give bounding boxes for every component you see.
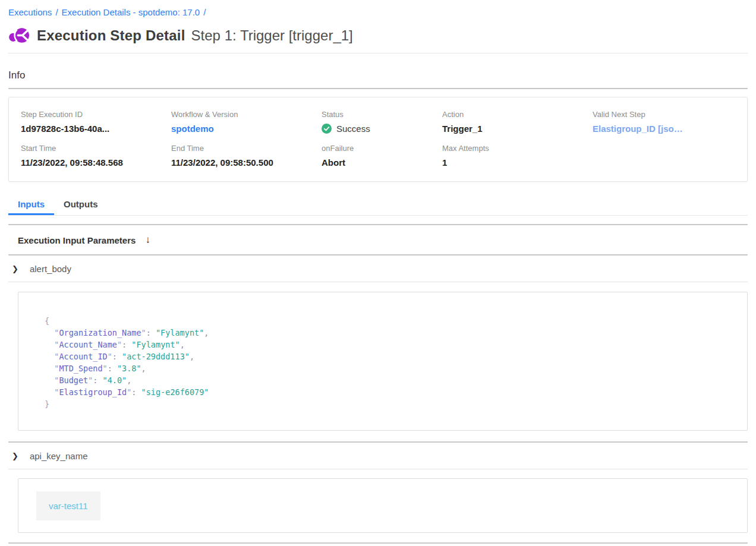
valid-next-step-link[interactable]: Elastigroup_ID [jso… [593,124,735,134]
field-valid-next-step: Valid Next Step Elastigroup_ID [jso… [593,110,735,134]
chevron-right-icon: ❯ [12,264,18,273]
field-label: Max Attempts [442,144,593,153]
row-divider [8,469,748,469]
workflow-link[interactable]: spotdemo [171,124,322,134]
field-value: 11/23/2022, 09:58:50.500 [171,157,322,168]
field-onfailure: onFailure Abort [322,144,442,168]
execution-input-parameters-header: Execution Input Parameters ↓ [18,225,748,254]
title-divider [8,53,748,53]
breadcrumb-separator: / [203,7,206,17]
fylamynt-logo-icon [8,26,31,45]
field-value: Trigger_1 [442,124,593,134]
page-subtitle: Step 1: Trigger [trigger_1] [191,27,353,44]
field-action: Action Trigger_1 [442,110,593,134]
accordion-row-alert-body[interactable]: ❯ alert_body [8,255,748,282]
field-value: 1d97828c-13b6-40a... [21,124,171,134]
field-workflow-version: Workflow & Version spotdemo [171,110,322,134]
breadcrumb-link-executions[interactable]: Executions [8,7,52,17]
row-divider [8,282,748,282]
breadcrumb-separator: / [55,7,58,17]
field-empty [593,144,735,168]
accordion-label: api_key_name [30,451,88,461]
accordion-row-api-key-name[interactable]: ❯ api_key_name [8,443,748,469]
field-status: Status Success [322,110,442,134]
field-label: Workflow & Version [171,110,322,119]
field-label: Status [322,110,442,119]
field-start-time: Start Time 11/23/2022, 09:58:48.568 [21,144,171,168]
api-key-name-value: var-test11 [36,491,100,520]
field-step-execution-id: Step Execution ID 1d97828c-13b6-40a... [21,110,171,134]
page-header: Execution Step Detail Step 1: Trigger [t… [8,26,748,45]
field-label: Action [442,110,593,119]
api-key-name-card: var-test11 [18,478,748,533]
accordion-row-api-key-value[interactable]: ❯ api_key_value [8,544,748,546]
chevron-right-icon: ❯ [12,452,18,460]
field-value: Abort [322,157,442,168]
breadcrumb-link-execution-details[interactable]: Execution Details - spotdemo: 17.0 [62,7,200,17]
field-value: 11/23/2022, 09:58:48.568 [21,157,171,168]
info-card: Step Execution ID 1d97828c-13b6-40a... W… [8,97,748,182]
page-title: Execution Step Detail [37,27,185,44]
accordion-label: alert_body [30,264,71,274]
field-max-attempts: Max Attempts 1 [442,144,593,168]
field-label: Start Time [21,144,171,153]
info-section-heading: Info [8,70,748,81]
field-end-time: End Time 11/23/2022, 09:58:50.500 [171,144,322,168]
field-label: onFailure [322,144,442,153]
info-grid: Step Execution ID 1d97828c-13b6-40a... W… [21,110,735,178]
status-text: Success [336,124,370,134]
tab-bar: Inputs Outputs [8,195,748,216]
alert-body-code-card: { "Organization_Name": "Fylamynt", "Acco… [18,292,748,431]
page: Executions / Execution Details - spotdem… [0,0,756,546]
tab-outputs[interactable]: Outputs [54,195,108,215]
success-check-icon [322,124,332,134]
field-label: Step Execution ID [21,110,171,119]
status-badge: Success [322,124,442,134]
json-code-block: { "Organization_Name": "Fylamynt", "Acco… [45,315,735,410]
collapse-all-arrow-down-icon[interactable]: ↓ [145,234,150,246]
tab-inputs[interactable]: Inputs [8,195,54,215]
field-value: 1 [442,157,593,168]
info-heading-divider [8,88,748,89]
params-heading: Execution Input Parameters [18,235,136,245]
breadcrumb: Executions / Execution Details - spotdem… [8,0,748,17]
field-label: Valid Next Step [593,110,735,119]
field-label: End Time [171,144,322,153]
